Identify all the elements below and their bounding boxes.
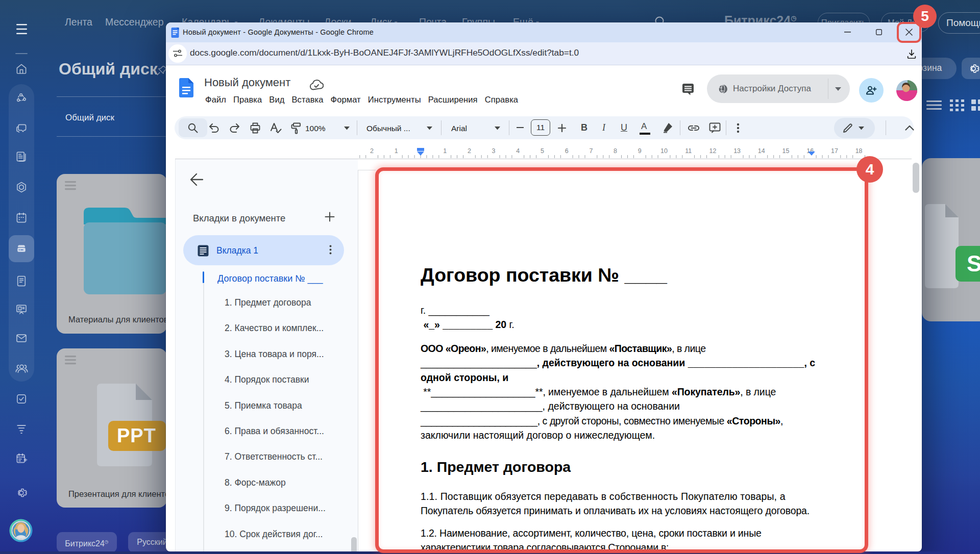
svg-text:4: 4 <box>516 147 520 155</box>
svg-text:2: 2 <box>468 147 471 155</box>
svg-text:17: 17 <box>831 147 838 155</box>
svg-text:1: 1 <box>443 147 447 155</box>
svg-text:14: 14 <box>758 147 765 155</box>
svg-text:1: 1 <box>395 147 398 155</box>
svg-text:3: 3 <box>492 147 496 155</box>
svg-text:13: 13 <box>733 147 741 155</box>
svg-text:2: 2 <box>370 147 374 155</box>
svg-text:9: 9 <box>638 147 642 155</box>
svg-text:15: 15 <box>782 147 790 155</box>
svg-text:6: 6 <box>565 147 569 155</box>
svg-text:11: 11 <box>685 147 692 155</box>
svg-text:12: 12 <box>709 147 716 155</box>
svg-text:18: 18 <box>855 147 863 155</box>
svg-text:10: 10 <box>660 147 668 155</box>
svg-text:8: 8 <box>614 147 617 155</box>
svg-text:5: 5 <box>541 147 544 155</box>
svg-text:7: 7 <box>589 147 593 155</box>
